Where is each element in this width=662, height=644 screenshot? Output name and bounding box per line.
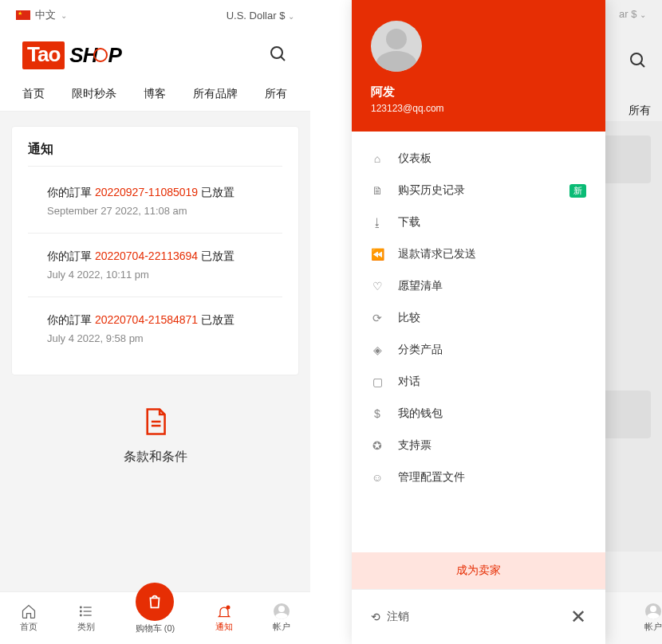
ticket-icon: ✪	[371, 439, 384, 452]
drawer-item-dashboard[interactable]: ⌂仪表板	[352, 143, 605, 175]
currency-label: U.S. Dollar $	[227, 10, 286, 22]
flag-icon	[16, 10, 30, 20]
drawer-item-profile[interactable]: ☺管理配置文件	[352, 461, 605, 493]
drawer-item-support[interactable]: ✪支持票	[352, 430, 605, 461]
drawer-item-compare[interactable]: ⟳比较	[352, 302, 605, 334]
drawer-item-downloads[interactable]: ⭳下载	[352, 206, 605, 238]
notification-item[interactable]: 你的訂單 20220704-22113694 已放置 July 4 2022, …	[28, 233, 282, 296]
become-seller-button[interactable]: 成为卖家	[352, 552, 605, 589]
svg-line-12	[640, 63, 644, 67]
account-drawer: 阿发 123123@qq.com ⌂仪表板 🗎购买历史记录新 ⭳下载 ⏪退款请求…	[352, 0, 605, 644]
new-badge: 新	[569, 184, 586, 198]
avatar-icon	[645, 603, 661, 619]
diamond-icon: ◈	[371, 344, 384, 356]
nav-home[interactable]: 首页	[22, 87, 45, 111]
drawer-item-classified[interactable]: ◈分类产品	[352, 334, 605, 366]
user-name: 阿发	[371, 84, 586, 100]
tab-cart[interactable]: 购物车 (0)	[136, 602, 175, 634]
dollar-icon: $	[371, 407, 384, 420]
user-email: 123123@qq.com	[371, 103, 586, 114]
language-label: 中文	[35, 8, 56, 22]
notification-item[interactable]: 你的訂單 20220927-11085019 已放置 September 27 …	[28, 166, 282, 233]
svg-point-10	[226, 606, 230, 610]
heart-icon: ♡	[371, 280, 384, 293]
drawer-item-purchase-history[interactable]: 🗎购买历史记录新	[352, 175, 605, 206]
avatar-icon	[274, 603, 290, 619]
svg-line-1	[281, 57, 285, 61]
svg-point-0	[271, 47, 282, 58]
svg-point-11	[631, 53, 642, 65]
nav-more[interactable]: 所有	[265, 87, 287, 111]
notification-date: July 4 2022, 10:11 pm	[47, 269, 282, 281]
tab-account-peek[interactable]: 帐户	[644, 603, 662, 633]
notifications-card: 通知 你的訂單 20220927-11085019 已放置 September …	[11, 126, 299, 375]
rewind-icon: ⏪	[371, 248, 384, 261]
site-logo[interactable]: Tao SHP	[22, 41, 121, 69]
currency-selector[interactable]: U.S. Dollar $ ⌄	[227, 10, 294, 22]
home-icon: ⌂	[371, 152, 384, 165]
refresh-icon: ⟳	[371, 312, 384, 324]
card-title: 通知	[28, 141, 282, 158]
cart-icon	[93, 48, 108, 62]
file-icon: 🗎	[371, 184, 384, 197]
download-icon: ⭳	[371, 216, 384, 229]
drawer-item-wishlist[interactable]: ♡愿望清单	[352, 270, 605, 302]
logout-button[interactable]: ⟲ 注销	[371, 610, 409, 624]
nav-flash[interactable]: 限时秒杀	[72, 87, 116, 111]
notification-date: July 4 2022, 9:58 pm	[47, 332, 282, 344]
nav-blog[interactable]: 博客	[144, 87, 166, 111]
tab-home[interactable]: 首页	[20, 603, 37, 633]
search-icon[interactable]	[629, 51, 648, 73]
search-icon[interactable]	[269, 45, 288, 67]
nav-peek: 所有	[629, 104, 651, 118]
tab-categories[interactable]: 类别	[77, 603, 95, 633]
tab-account[interactable]: 帐户	[273, 603, 290, 633]
chevron-down-icon: ⌄	[61, 11, 67, 20]
terms-link[interactable]: 条款和条件	[11, 407, 299, 465]
language-selector[interactable]: 中文 ⌄	[16, 8, 67, 22]
svg-point-9	[81, 615, 82, 616]
user-avatar[interactable]	[371, 21, 422, 72]
logout-icon: ⟲	[371, 611, 380, 623]
svg-point-7	[81, 607, 82, 608]
user-icon: ☺	[371, 471, 384, 484]
notification-date: September 27 2022, 11:08 am	[47, 205, 282, 217]
drawer-item-wallet[interactable]: $我的钱包	[352, 398, 605, 430]
svg-point-8	[81, 611, 82, 612]
close-icon[interactable]: ✕	[570, 606, 586, 628]
bottom-tabbar: 首页 类别 购物车 (0) 通知 帐户	[0, 591, 310, 644]
chevron-down-icon: ⌄	[288, 12, 294, 21]
currency-peek: ar $ ⌄	[619, 8, 646, 20]
drawer-item-conversations[interactable]: ▢对话	[352, 366, 605, 398]
drawer-item-refunds[interactable]: ⏪退款请求已发送	[352, 238, 605, 270]
tab-notifications[interactable]: 通知	[215, 603, 233, 633]
main-nav: 首页 限时秒杀 博客 所有品牌 所有	[0, 80, 310, 112]
nav-brands[interactable]: 所有品牌	[193, 87, 238, 111]
drawer-header: 阿发 123123@qq.com	[352, 0, 605, 132]
cart-fab[interactable]	[136, 583, 174, 621]
notification-item[interactable]: 你的訂單 20220704-21584871 已放置 July 4 2022, …	[28, 296, 282, 360]
chat-icon: ▢	[371, 375, 384, 388]
